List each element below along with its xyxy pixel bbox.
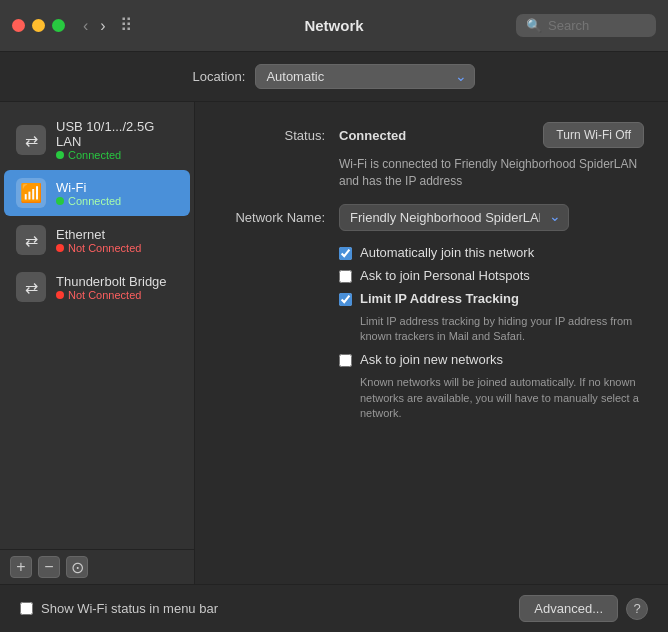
bottom-bar: Show Wi-Fi status in menu bar Advanced..… [0,584,668,632]
sidebar-item-ethernet[interactable]: ⇄ Ethernet Not Connected [4,217,190,263]
show-wifi-row: Show Wi-Fi status in menu bar [20,601,218,616]
nav-arrows: ‹ › [79,15,110,37]
ethernet-status: Not Connected [56,242,141,254]
search-icon: 🔍 [526,18,542,33]
limit-ip-desc: Limit IP address tracking by hiding your… [360,314,644,345]
limit-ip-label: Limit IP Address Tracking [360,291,519,306]
status-description: Wi-Fi is connected to Friendly Neighborh… [339,156,644,190]
network-name-label: Network Name: [219,210,339,225]
sidebar-item-wifi[interactable]: 📶 Wi-Fi Connected [4,170,190,216]
checkbox-group: Automatically join this network Ask to j… [339,245,644,422]
usb-lan-status-dot [56,151,64,159]
wifi-status-dot [56,197,64,205]
sidebar-bottom: + − ⊙ [0,549,195,584]
remove-network-button[interactable]: − [38,556,60,578]
thunderbolt-bridge-status-text: Not Connected [68,289,141,301]
auto-join-checkbox[interactable] [339,247,352,260]
auto-join-row: Automatically join this network [339,245,644,260]
usb-lan-name: USB 10/1.../2.5G LAN [56,119,178,149]
usb-lan-status: Connected [56,149,178,161]
forward-arrow-icon[interactable]: › [96,15,109,37]
usb-lan-status-text: Connected [68,149,121,161]
network-name-select[interactable]: Friendly Neighborhood SpiderLAN [339,204,569,231]
ethernet-icon: ⇄ [16,225,46,255]
titlebar: ‹ › ⠿ Network 🔍 [0,0,668,52]
grid-icon[interactable]: ⠿ [120,15,132,36]
location-select-wrapper: Automatic Edit Locations... [255,64,475,89]
action-icon: ⊙ [71,558,84,577]
search-bar: 🔍 [516,14,656,37]
thunderbolt-bridge-name: Thunderbolt Bridge [56,274,167,289]
traffic-lights [12,19,65,32]
main-content: ⇄ USB 10/1.../2.5G LAN Connected 📶 Wi-Fi [0,102,668,584]
location-select[interactable]: Automatic Edit Locations... [255,64,475,89]
auto-join-label: Automatically join this network [360,245,534,260]
personal-hotspot-checkbox[interactable] [339,270,352,283]
wifi-off-button[interactable]: Turn Wi-Fi Off [543,122,644,148]
personal-hotspot-row: Ask to join Personal Hotspots [339,268,644,283]
personal-hotspot-label: Ask to join Personal Hotspots [360,268,530,283]
thunderbolt-bridge-status-dot [56,291,64,299]
plus-icon: + [16,558,25,576]
ethernet-status-text: Not Connected [68,242,141,254]
show-wifi-checkbox[interactable] [20,602,33,615]
show-wifi-label: Show Wi-Fi status in menu bar [41,601,218,616]
page-title: Network [304,17,363,34]
ethernet-name: Ethernet [56,227,141,242]
wifi-icon: 📶 [16,178,46,208]
search-input[interactable] [548,18,646,33]
usb-lan-icon: ⇄ [16,125,46,155]
wifi-status-text: Connected [68,195,121,207]
detail-panel: Status: Connected Turn Wi-Fi Off Wi-Fi i… [195,102,668,584]
thunderbolt-bridge-status: Not Connected [56,289,167,301]
location-label: Location: [193,69,246,84]
maximize-button[interactable] [52,19,65,32]
network-select-wrapper: Friendly Neighborhood SpiderLAN [339,204,569,231]
advanced-button[interactable]: Advanced... [519,595,618,622]
sidebar-item-usb-lan[interactable]: ⇄ USB 10/1.../2.5G LAN Connected [4,111,190,169]
bottom-right-buttons: Advanced... ? [519,595,648,622]
status-value: Connected [339,128,406,143]
network-name-row: Network Name: Friendly Neighborhood Spid… [219,204,644,231]
new-networks-desc: Known networks will be joined automatica… [360,375,644,421]
status-row: Status: Connected Turn Wi-Fi Off [219,122,644,148]
new-networks-label: Ask to join new networks [360,352,503,367]
wifi-name: Wi-Fi [56,180,121,195]
location-bar: Location: Automatic Edit Locations... [0,52,668,102]
status-label: Status: [219,128,339,143]
add-network-button[interactable]: + [10,556,32,578]
thunderbolt-bridge-icon: ⇄ [16,272,46,302]
sidebar: ⇄ USB 10/1.../2.5G LAN Connected 📶 Wi-Fi [0,102,195,549]
limit-ip-row: Limit IP Address Tracking [339,291,644,306]
close-button[interactable] [12,19,25,32]
new-networks-checkbox[interactable] [339,354,352,367]
minimize-button[interactable] [32,19,45,32]
back-arrow-icon[interactable]: ‹ [79,15,92,37]
new-networks-row: Ask to join new networks [339,352,644,367]
minus-icon: − [44,558,53,576]
action-network-button[interactable]: ⊙ [66,556,88,578]
limit-ip-checkbox[interactable] [339,293,352,306]
help-button[interactable]: ? [626,598,648,620]
ethernet-status-dot [56,244,64,252]
wifi-status: Connected [56,195,121,207]
sidebar-item-thunderbolt-bridge[interactable]: ⇄ Thunderbolt Bridge Not Connected [4,264,190,310]
